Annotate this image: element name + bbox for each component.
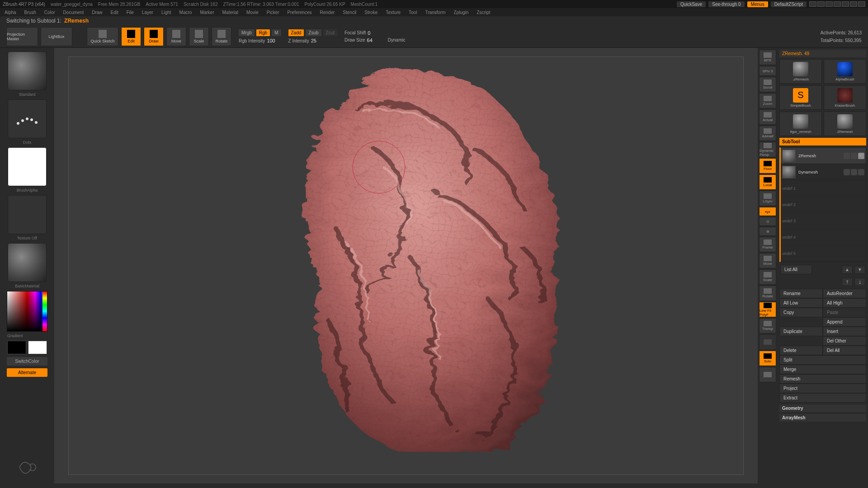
remesh-button[interactable]: Remesh [779, 374, 866, 384]
rename-button[interactable]: Rename [779, 289, 823, 298]
quicksketch-button[interactable]: Quick Sketch [87, 27, 118, 46]
menu-item[interactable]: Alpha [5, 10, 16, 15]
texture-thumb[interactable] [8, 195, 47, 234]
stroke-thumb[interactable] [8, 99, 47, 138]
menu-item[interactable]: Light [161, 10, 171, 15]
menu-item[interactable]: Texture [386, 10, 401, 15]
swatch-primary[interactable] [28, 341, 47, 354]
menu-item[interactable]: Movie [246, 10, 259, 15]
quicksave-button[interactable]: QuickSave [677, 1, 706, 7]
alllow-button[interactable]: All Low [779, 298, 823, 308]
swatch-secondary[interactable] [7, 341, 26, 354]
menu-item[interactable]: Edit [111, 10, 118, 15]
frame-button[interactable]: Frame [759, 237, 776, 252]
menu-item[interactable]: Render [320, 10, 335, 15]
sculpt-mesh[interactable] [243, 63, 569, 452]
menu-item[interactable]: Transform [425, 10, 445, 15]
actual-button[interactable]: Actual [759, 109, 776, 125]
menu-item[interactable]: Layer [142, 10, 153, 15]
color-picker[interactable] [7, 291, 47, 332]
menu-item[interactable]: Material [222, 10, 239, 15]
floor-button[interactable]: Floor [759, 158, 776, 174]
scale-view-button[interactable]: Scale [759, 269, 776, 285]
xyz-button[interactable]: xyz [759, 207, 776, 216]
move-button[interactable]: Move [166, 27, 186, 46]
duplicate-button[interactable]: Duplicate [779, 327, 823, 336]
z-intensity-value[interactable]: 25 [311, 38, 316, 43]
zsub-toggle[interactable]: Zsub [306, 29, 321, 36]
tool-name[interactable]: ZRemesh. 49 [779, 50, 866, 57]
delother-button[interactable]: Del Other [823, 336, 866, 346]
tool-cell[interactable]: AlphaBrush [824, 59, 866, 84]
copy-button[interactable]: Copy [779, 308, 823, 317]
polyf-button[interactable]: Line Fil PolyF [759, 302, 776, 317]
draw-button[interactable]: Draw [144, 27, 164, 46]
ghost-button[interactable] [759, 334, 776, 350]
win-close[interactable] [858, 1, 865, 7]
extract-button[interactable]: Extract [779, 393, 866, 403]
menu-item[interactable]: Zplugin [454, 10, 469, 15]
lightbox-button[interactable]: LightBox [41, 27, 72, 46]
win-minimize[interactable] [842, 1, 849, 7]
subtool-item[interactable]: ZRemesh👁 [781, 148, 866, 164]
zadd-toggle[interactable]: Zadd [288, 29, 304, 36]
tool-cell[interactable]: EraserBrush [824, 85, 866, 110]
menus-button[interactable]: Menus [747, 1, 768, 7]
alternate-button[interactable]: Alternate [7, 368, 47, 377]
defaultscript-button[interactable]: DefaultZScript [771, 1, 807, 7]
spix-button[interactable]: SPix 3 [759, 66, 776, 76]
subtool-item[interactable]: undef 5 [781, 245, 866, 262]
mrgb-toggle[interactable]: Mrgb [239, 29, 255, 36]
focal-shift-value[interactable]: 0 [368, 30, 370, 36]
bpr-button[interactable]: BPR [759, 50, 776, 65]
arraymesh-header[interactable]: ArrayMesh [779, 414, 866, 422]
move-view-button[interactable]: Move [759, 253, 776, 268]
win-maximize[interactable] [850, 1, 857, 7]
menu-item[interactable]: Document [63, 10, 84, 15]
tool-cell[interactable]: figur_remesh [779, 112, 822, 136]
draw-size-value[interactable]: 64 [367, 38, 373, 43]
listall-button[interactable]: List All [780, 265, 812, 274]
menu-item[interactable]: Stencil [343, 10, 356, 15]
seethrough-button[interactable]: See-through 0 [708, 1, 744, 7]
subtool-item[interactable]: undef 2 [781, 197, 866, 213]
tool-cell[interactable]: ZRemesh [824, 112, 866, 136]
move-top-button[interactable]: ⤒ [842, 278, 853, 286]
subtool-item[interactable]: Dynamesh [781, 164, 866, 180]
delete-button[interactable]: Delete [779, 346, 823, 355]
lsym-button[interactable]: LSym [759, 191, 776, 206]
solo-button[interactable]: Solo [759, 351, 776, 366]
axis-y-button[interactable]: ⊙ [759, 217, 776, 226]
menu-item[interactable]: Brush [24, 10, 36, 15]
xpose-button[interactable] [759, 367, 776, 382]
win-btn[interactable] [809, 1, 816, 7]
move-bottom-button[interactable]: ⤓ [854, 278, 865, 286]
delall-button[interactable]: Del All [823, 346, 866, 355]
zcut-toggle[interactable]: Zcut [323, 29, 337, 36]
menu-item[interactable]: Tool [409, 10, 417, 15]
tool-cell[interactable]: SSimpleBrush [779, 85, 822, 110]
move-down-button[interactable]: ▼ [854, 266, 865, 274]
scroll-button[interactable]: Scroll [759, 77, 776, 92]
brush-thumb[interactable] [8, 52, 47, 90]
material-thumb[interactable] [8, 243, 47, 282]
axis-z-button[interactable]: ⊕ [759, 227, 776, 236]
local-button[interactable]: Local [759, 174, 776, 190]
canvas-area[interactable] [54, 48, 758, 483]
project-button[interactable]: Project [779, 384, 866, 393]
win-btn[interactable] [826, 1, 833, 7]
projection-master-button[interactable]: Projection Master [6, 27, 38, 46]
subtool-item[interactable]: undef 3 [781, 213, 866, 229]
allhigh-button[interactable]: All High [823, 298, 866, 308]
menu-item[interactable]: Zscript [476, 10, 490, 15]
switchcolor-button[interactable]: SwitchColor [7, 357, 47, 366]
menu-item[interactable]: Marker [200, 10, 214, 15]
menu-item[interactable]: Macro [179, 10, 192, 15]
subtool-item[interactable]: undef 1 [781, 180, 866, 197]
menu-item[interactable]: Preferences [288, 10, 312, 15]
alpha-thumb[interactable] [8, 147, 47, 186]
zoom-button[interactable]: Zoom [759, 93, 776, 108]
menu-item[interactable]: File [127, 10, 134, 15]
autoreorder-button[interactable]: AutoReorder [823, 289, 866, 298]
win-btn[interactable] [834, 1, 841, 7]
